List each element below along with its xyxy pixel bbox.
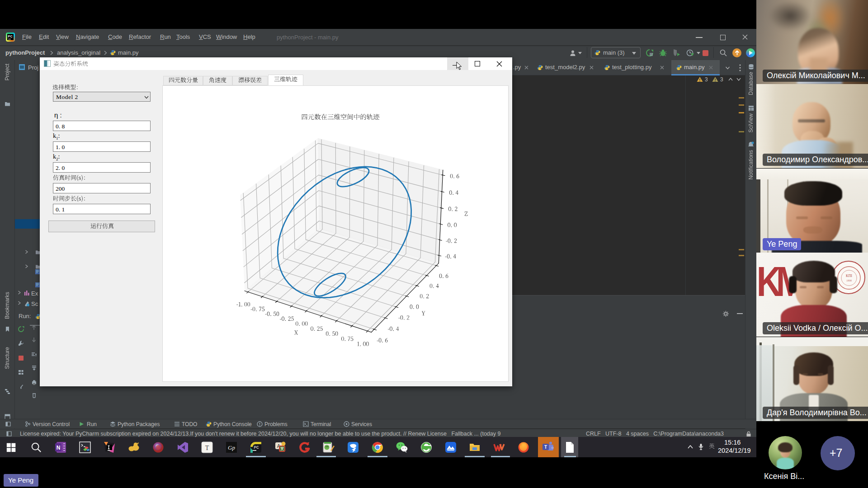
- svg-text:T: T: [544, 445, 547, 450]
- svg-text:Gp: Gp: [228, 444, 235, 451]
- svg-text:T: T: [205, 445, 209, 451]
- svg-text:PC: PC: [254, 446, 259, 450]
- svg-text:N: N: [57, 445, 61, 451]
